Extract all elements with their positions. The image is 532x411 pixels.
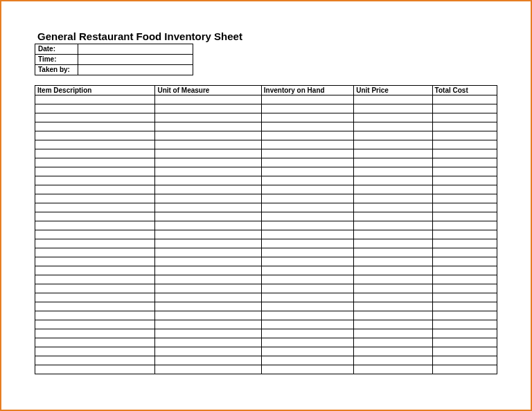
table-cell[interactable]: [432, 338, 497, 347]
table-cell[interactable]: [432, 275, 497, 284]
table-cell[interactable]: [261, 284, 353, 293]
table-cell[interactable]: [155, 329, 261, 338]
table-cell[interactable]: [432, 167, 497, 176]
table-cell[interactable]: [155, 275, 261, 284]
table-cell[interactable]: [261, 194, 353, 203]
table-cell[interactable]: [155, 203, 261, 212]
table-cell[interactable]: [35, 95, 155, 104]
table-cell[interactable]: [35, 275, 155, 284]
table-cell[interactable]: [432, 239, 497, 248]
table-cell[interactable]: [261, 347, 353, 356]
table-cell[interactable]: [155, 230, 261, 239]
table-cell[interactable]: [432, 347, 497, 356]
table-cell[interactable]: [354, 149, 432, 158]
table-cell[interactable]: [354, 329, 432, 338]
table-cell[interactable]: [432, 203, 497, 212]
table-cell[interactable]: [35, 338, 155, 347]
table-cell[interactable]: [35, 185, 155, 194]
table-cell[interactable]: [155, 104, 261, 113]
table-cell[interactable]: [261, 104, 353, 113]
table-cell[interactable]: [35, 320, 155, 329]
table-cell[interactable]: [432, 131, 497, 140]
table-cell[interactable]: [354, 239, 432, 248]
table-cell[interactable]: [35, 356, 155, 365]
table-cell[interactable]: [432, 230, 497, 239]
table-cell[interactable]: [35, 329, 155, 338]
table-cell[interactable]: [261, 122, 353, 131]
table-cell[interactable]: [155, 140, 261, 149]
table-cell[interactable]: [432, 266, 497, 275]
table-cell[interactable]: [432, 176, 497, 185]
table-cell[interactable]: [155, 194, 261, 203]
table-cell[interactable]: [35, 167, 155, 176]
table-cell[interactable]: [35, 131, 155, 140]
table-cell[interactable]: [155, 293, 261, 302]
table-cell[interactable]: [432, 95, 497, 104]
table-cell[interactable]: [155, 284, 261, 293]
table-cell[interactable]: [35, 221, 155, 230]
table-cell[interactable]: [261, 329, 353, 338]
table-cell[interactable]: [354, 311, 432, 320]
table-cell[interactable]: [354, 95, 432, 104]
table-cell[interactable]: [261, 176, 353, 185]
table-cell[interactable]: [432, 257, 497, 266]
table-cell[interactable]: [261, 239, 353, 248]
table-cell[interactable]: [432, 194, 497, 203]
table-cell[interactable]: [261, 248, 353, 257]
table-cell[interactable]: [432, 302, 497, 311]
table-cell[interactable]: [261, 365, 353, 374]
table-cell[interactable]: [432, 311, 497, 320]
table-cell[interactable]: [354, 140, 432, 149]
table-cell[interactable]: [432, 329, 497, 338]
table-cell[interactable]: [155, 167, 261, 176]
table-cell[interactable]: [354, 104, 432, 113]
table-cell[interactable]: [261, 230, 353, 239]
table-cell[interactable]: [354, 338, 432, 347]
table-cell[interactable]: [261, 275, 353, 284]
table-cell[interactable]: [35, 176, 155, 185]
table-cell[interactable]: [432, 104, 497, 113]
table-cell[interactable]: [35, 113, 155, 122]
table-cell[interactable]: [35, 293, 155, 302]
table-cell[interactable]: [261, 95, 353, 104]
table-cell[interactable]: [35, 149, 155, 158]
table-cell[interactable]: [155, 131, 261, 140]
table-cell[interactable]: [155, 266, 261, 275]
table-cell[interactable]: [354, 131, 432, 140]
table-cell[interactable]: [155, 365, 261, 374]
table-cell[interactable]: [432, 212, 497, 221]
table-cell[interactable]: [35, 311, 155, 320]
table-cell[interactable]: [354, 185, 432, 194]
table-cell[interactable]: [35, 212, 155, 221]
table-cell[interactable]: [432, 185, 497, 194]
table-cell[interactable]: [261, 167, 353, 176]
table-cell[interactable]: [261, 140, 353, 149]
taken-by-value[interactable]: [78, 65, 193, 75]
table-cell[interactable]: [432, 248, 497, 257]
table-cell[interactable]: [155, 221, 261, 230]
table-cell[interactable]: [261, 158, 353, 167]
table-cell[interactable]: [261, 212, 353, 221]
table-cell[interactable]: [35, 284, 155, 293]
table-cell[interactable]: [155, 338, 261, 347]
table-cell[interactable]: [155, 176, 261, 185]
table-cell[interactable]: [155, 356, 261, 365]
table-cell[interactable]: [432, 320, 497, 329]
table-cell[interactable]: [155, 239, 261, 248]
table-cell[interactable]: [354, 284, 432, 293]
table-cell[interactable]: [432, 158, 497, 167]
table-cell[interactable]: [432, 113, 497, 122]
table-cell[interactable]: [261, 203, 353, 212]
table-cell[interactable]: [261, 266, 353, 275]
table-cell[interactable]: [354, 212, 432, 221]
table-cell[interactable]: [35, 266, 155, 275]
table-cell[interactable]: [35, 203, 155, 212]
table-cell[interactable]: [354, 122, 432, 131]
table-cell[interactable]: [261, 149, 353, 158]
table-cell[interactable]: [261, 311, 353, 320]
table-cell[interactable]: [354, 203, 432, 212]
table-cell[interactable]: [261, 185, 353, 194]
table-cell[interactable]: [155, 158, 261, 167]
table-cell[interactable]: [261, 113, 353, 122]
table-cell[interactable]: [261, 356, 353, 365]
